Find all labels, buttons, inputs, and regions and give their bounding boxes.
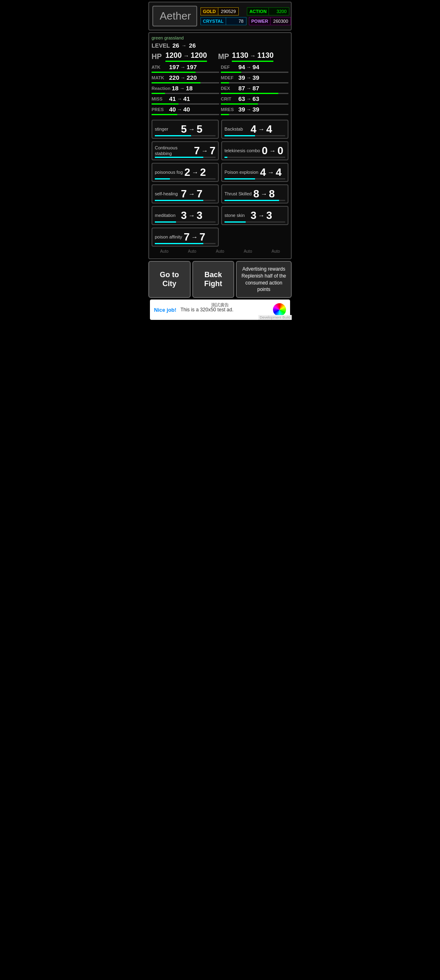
ad-label: 測試廣告 (211, 302, 229, 308)
skill-level-to-1: 4 (266, 123, 272, 136)
skill-bar-5 (224, 178, 285, 179)
hp-label: HP (152, 52, 164, 61)
power-value: 260300 (271, 17, 291, 25)
mdef-to: 39 (253, 74, 260, 81)
atk-label: ATK (152, 65, 168, 70)
skill-level-from-3: 0 (262, 144, 267, 157)
skill-card-10[interactable]: poison affinity 7 → 7 (152, 228, 219, 247)
skill-card-5[interactable]: Poison explosion 4 → 4 (221, 163, 288, 182)
location-bar: green grassland (152, 35, 288, 40)
skill-level-from-10: 7 (184, 231, 189, 243)
gold-value: 290529 (218, 7, 239, 15)
skill-level-to-8: 3 (196, 209, 202, 222)
matk-to: 220 (187, 74, 197, 81)
crit-to: 63 (253, 95, 260, 102)
mres-label: MRES (221, 107, 237, 112)
def-to: 94 (253, 63, 260, 70)
title-box: Aether (152, 6, 197, 26)
skill-card-2[interactable]: Continuous stabbing 7 → 7 (152, 141, 219, 160)
header-stats: GOLD 290529 ACTION 3200 CRYSTAL 78 POWER… (200, 7, 291, 25)
skill-bar-0 (155, 135, 216, 136)
mp-label: MP (218, 52, 230, 61)
def-from: 94 (238, 63, 245, 70)
power-label: POWER (249, 17, 271, 25)
level-row: LEVEL 26 → 26 (152, 42, 288, 49)
action-label: ACTION (247, 7, 269, 15)
hp-to: 1200 (191, 51, 207, 60)
skill-bar-7 (224, 200, 285, 201)
skill-level-to-5: 4 (276, 166, 282, 179)
skill-name-2: Continuous stabbing (155, 145, 192, 156)
skill-bar-3 (224, 157, 285, 158)
skill-bar-1 (224, 135, 285, 136)
main-panel: green grassland LEVEL 26 → 26 HP 1200 → … (148, 32, 292, 259)
skill-name-3: telekinesis combo (224, 148, 260, 153)
bottom-buttons: Go toCity BackFight Advertising rewards … (148, 261, 292, 298)
game-title: Aether (160, 10, 191, 22)
skill-card-8[interactable]: meditation 3 → 3 (152, 206, 219, 225)
crit-label: CRIT (221, 96, 237, 101)
skill-name-8: meditation (155, 213, 179, 218)
skill-name-0: stinger (155, 127, 179, 132)
dex-label: DEX (221, 86, 237, 91)
crit-from: 63 (238, 95, 245, 102)
skill-level-from-9: 3 (251, 209, 256, 222)
reaction-from: 18 (172, 85, 178, 92)
pres-mres-row: PRES 40 → 40 MRES 39 → 39 (152, 106, 288, 115)
skill-name-1: Backstab (224, 127, 249, 132)
skill-level-to-7: 8 (269, 188, 275, 200)
skill-level-to-6: 7 (196, 188, 202, 200)
ad-reward-button[interactable]: Advertising rewards Replenish half of th… (236, 261, 292, 298)
auto-labels-row: Auto Auto Auto Auto Auto (152, 249, 288, 254)
miss-from: 41 (169, 95, 176, 102)
reaction-to: 18 (186, 85, 193, 92)
skill-card-6[interactable]: self-healing 7 → 7 (152, 184, 219, 203)
pres-from: 40 (169, 106, 176, 113)
hp-from: 1200 (165, 51, 182, 60)
skill-card-7[interactable]: Thrust Skilled 8 → 8 (221, 184, 288, 203)
mdef-label: MDEF (221, 75, 237, 80)
action-value: 3200 (269, 7, 289, 15)
skill-card-0[interactable]: stinger 5 → 5 (152, 120, 219, 139)
def-label: DEF (221, 65, 237, 70)
skill-bar-2 (155, 157, 216, 158)
ad-banner-wrap: 測試廣告 Nice job! This is a 320x50 test ad.… (148, 300, 292, 320)
skill-name-9: stone skin (224, 213, 249, 218)
skill-name-4: poisonous fog (155, 170, 183, 175)
dex-from: 87 (238, 85, 245, 92)
skill-name-6: self-healing (155, 191, 179, 197)
skills-grid: stinger 5 → 5 Backstab 4 → 4 Continuous … (152, 120, 288, 247)
skill-level-from-4: 2 (185, 166, 190, 179)
level-from: 26 (172, 42, 179, 49)
level-arrow: → (182, 43, 187, 48)
skill-level-from-5: 4 (260, 166, 266, 179)
skill-level-to-2: 7 (210, 144, 216, 157)
skill-name-5: Poison explosion (224, 170, 258, 175)
mres-from: 39 (238, 106, 245, 113)
level-label: LEVEL (152, 42, 170, 49)
skill-level-from-0: 5 (181, 123, 187, 136)
skill-card-9[interactable]: stone skin 3 → 3 (221, 206, 288, 225)
go-to-city-button[interactable]: Go toCity (148, 261, 191, 298)
hp-block: HP 1200 → 1200 (152, 51, 216, 62)
skill-card-3[interactable]: telekinesis combo 0 → 0 (221, 141, 288, 160)
back-fight-button[interactable]: BackFight (192, 261, 235, 298)
skill-bar-9 (224, 221, 285, 223)
skill-level-to-3: 0 (277, 144, 283, 157)
matk-mdef-row: MATK 220 → 220 MDEF 39 → 39 (152, 74, 288, 83)
dex-to: 87 (253, 85, 260, 92)
skill-name-10: poison affinity (155, 234, 182, 240)
atk-from: 197 (169, 63, 179, 70)
skill-card-1[interactable]: Backstab 4 → 4 (221, 120, 288, 139)
crystal-label: CRYSTAL (200, 17, 226, 25)
skill-card-4[interactable]: poisonous fog 2 → 2 (152, 163, 219, 182)
mp-from: 1130 (232, 51, 248, 60)
ad-nice-text: Nice job! (154, 307, 176, 313)
pres-label: PRES (152, 107, 168, 112)
skill-bar-10 (155, 243, 216, 244)
mdef-from: 39 (238, 74, 245, 81)
reaction-label: Reaction (152, 86, 170, 91)
mp-block: MP 1130 → 1130 (218, 51, 288, 62)
skill-name-7: Thrust Skilled (224, 191, 252, 197)
miss-to: 41 (183, 95, 190, 102)
